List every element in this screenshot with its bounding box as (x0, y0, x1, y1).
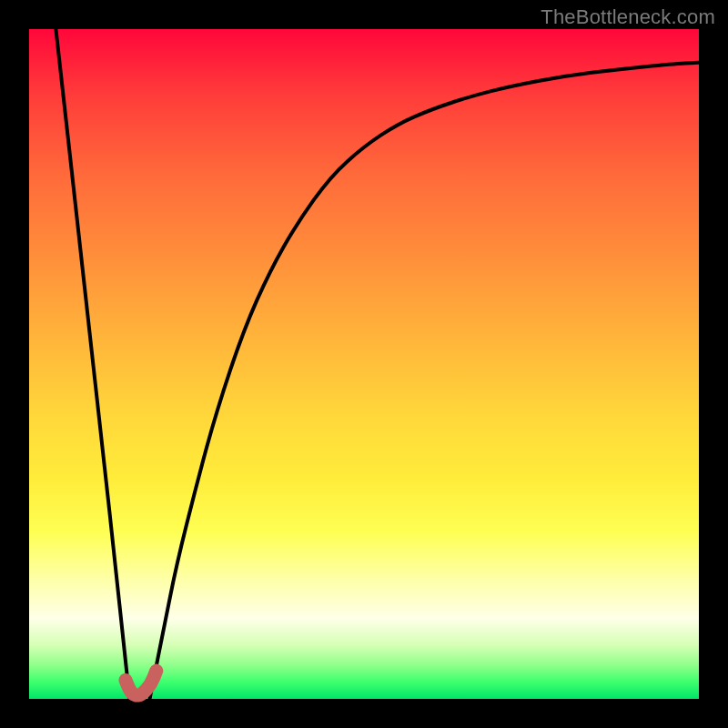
chart-overlay (29, 29, 699, 699)
chart-frame: TheBottleneck.com (0, 0, 728, 728)
optimal-marker (126, 671, 157, 695)
watermark-text: TheBottleneck.com (541, 5, 715, 29)
curve-left-branch (56, 29, 129, 699)
curve-right-branch (150, 63, 700, 699)
